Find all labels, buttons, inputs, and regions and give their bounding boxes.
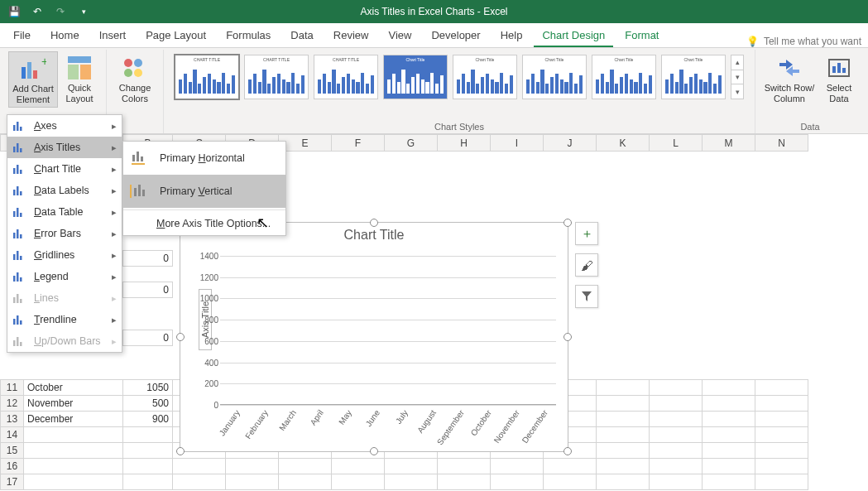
cell-D17[interactable] xyxy=(226,474,279,490)
cell-L16[interactable] xyxy=(650,459,703,474)
cell-frag-3[interactable]: 0 xyxy=(123,330,173,346)
cell-M16[interactable] xyxy=(703,459,755,474)
tab-developer[interactable]: Developer xyxy=(423,24,488,47)
cell-K13[interactable] xyxy=(597,412,650,427)
col-header-G[interactable]: G xyxy=(385,135,438,152)
tab-chart-design[interactable]: Chart Design xyxy=(534,24,613,47)
cell-I16[interactable] xyxy=(491,459,544,474)
resize-handle-s[interactable] xyxy=(370,447,378,455)
qat-dropdown-icon[interactable]: ▾ xyxy=(76,4,91,19)
tab-review[interactable]: Review xyxy=(325,24,377,47)
tab-data[interactable]: Data xyxy=(282,24,321,47)
cell-M15[interactable] xyxy=(703,443,755,459)
cell-frag-2[interactable]: 0 xyxy=(123,282,173,298)
cell-C16[interactable] xyxy=(173,459,226,474)
menu-item-gridlines[interactable]: Gridlines▸ xyxy=(7,244,122,266)
cell-K11[interactable] xyxy=(597,380,650,396)
col-header-N[interactable]: N xyxy=(755,135,808,152)
cell-B15[interactable] xyxy=(123,443,173,459)
cell-M12[interactable] xyxy=(703,396,755,412)
cell-H16[interactable] xyxy=(438,459,491,474)
cell-N17[interactable] xyxy=(755,474,808,490)
primary-vertical-item[interactable]: Primary Vertical xyxy=(123,175,285,208)
row-header-12[interactable]: 12 xyxy=(1,396,24,412)
tab-help[interactable]: Help xyxy=(492,24,531,47)
col-header-F[interactable]: F xyxy=(332,135,385,152)
cell-A17[interactable] xyxy=(24,474,123,490)
cell-frag-1[interactable]: 0 xyxy=(123,251,173,267)
chart-style-1[interactable]: CHART TITLE xyxy=(175,55,239,99)
cell-K15[interactable] xyxy=(597,443,650,459)
cell-A11[interactable]: October xyxy=(24,380,123,396)
cell-L17[interactable] xyxy=(650,474,703,490)
cell-D16[interactable] xyxy=(226,459,279,474)
row-header-11[interactable]: 11 xyxy=(1,380,24,396)
cell-B12[interactable]: 500 xyxy=(123,396,173,412)
menu-item-error-bars[interactable]: Error Bars▸ xyxy=(7,223,122,244)
resize-handle-n[interactable] xyxy=(370,219,378,227)
cell-M17[interactable] xyxy=(703,474,755,490)
tab-home[interactable]: Home xyxy=(42,24,88,47)
chart-elements-button[interactable]: ＋ xyxy=(575,222,598,245)
row-header-14[interactable]: 14 xyxy=(1,427,24,443)
menu-item-axis-titles[interactable]: Axis Titles▸ xyxy=(7,137,122,158)
menu-item-chart-title[interactable]: Chart Title▸ xyxy=(7,158,122,180)
cell-K14[interactable] xyxy=(597,427,650,443)
cell-B17[interactable] xyxy=(123,474,173,490)
row-header-15[interactable]: 15 xyxy=(1,443,24,459)
plot-area[interactable]: 0200400600800100012001400JanuaryFebruary… xyxy=(220,256,556,405)
resize-handle-se[interactable] xyxy=(563,447,572,455)
select-data-button[interactable]: Select Data xyxy=(818,51,860,106)
cell-G17[interactable] xyxy=(385,474,438,490)
redo-icon[interactable]: ↷ xyxy=(53,4,68,19)
cell-H17[interactable] xyxy=(438,474,491,490)
menu-item-data-table[interactable]: Data Table▸ xyxy=(7,201,122,223)
chart-style-8[interactable]: Chart Title xyxy=(661,55,726,99)
undo-icon[interactable]: ↶ xyxy=(30,4,45,19)
col-header-J[interactable]: J xyxy=(544,135,597,152)
cell-C17[interactable] xyxy=(173,474,226,490)
cell-A12[interactable]: November xyxy=(24,396,123,412)
tab-format[interactable]: Format xyxy=(616,24,667,47)
tab-insert[interactable]: Insert xyxy=(91,24,135,47)
cell-B16[interactable] xyxy=(123,459,173,474)
cell-N16[interactable] xyxy=(755,459,808,474)
cell-N15[interactable] xyxy=(755,443,808,459)
cell-M14[interactable] xyxy=(703,427,755,443)
chart-style-6[interactable]: Chart Title xyxy=(522,55,587,99)
cell-L13[interactable] xyxy=(650,412,703,427)
cell-N14[interactable] xyxy=(755,427,808,443)
cell-J17[interactable] xyxy=(544,474,597,490)
chart-style-3[interactable]: CHART TITLE xyxy=(314,55,378,99)
cell-I17[interactable] xyxy=(491,474,544,490)
tab-file[interactable]: File xyxy=(5,24,39,47)
col-header-E[interactable]: E xyxy=(279,135,332,152)
cell-F16[interactable] xyxy=(332,459,385,474)
resize-handle-e[interactable] xyxy=(563,333,572,341)
chart-style-4[interactable]: Chart Title xyxy=(383,55,448,99)
cell-B13[interactable]: 900 xyxy=(123,412,173,427)
more-axis-title-options[interactable]: More Axis Title Options... xyxy=(123,212,285,235)
cell-J16[interactable] xyxy=(544,459,597,474)
cell-L11[interactable] xyxy=(650,380,703,396)
cell-E17[interactable] xyxy=(279,474,332,490)
cell-A14[interactable] xyxy=(24,427,123,443)
col-header-L[interactable]: L xyxy=(650,135,703,152)
cell-K16[interactable] xyxy=(597,459,650,474)
embedded-chart[interactable]: Chart Title Axis Title 02004006008001000… xyxy=(180,222,568,452)
quick-layout-button[interactable]: Quick Layout xyxy=(58,51,101,106)
tab-formulas[interactable]: Formulas xyxy=(218,24,279,47)
gallery-more-icon[interactable]: ▾ xyxy=(731,84,743,99)
row-header-16[interactable]: 16 xyxy=(1,459,24,474)
tell-me-search[interactable]: 💡 Tell me what you want xyxy=(746,36,868,47)
cell-K12[interactable] xyxy=(597,396,650,412)
col-header-I[interactable]: I xyxy=(491,135,544,152)
menu-item-trendline[interactable]: Trendline▸ xyxy=(7,309,122,330)
cell-B11[interactable]: 1050 xyxy=(123,380,173,396)
gallery-up-icon[interactable]: ▴ xyxy=(731,55,743,70)
chart-style-2[interactable]: CHART TITLE xyxy=(244,55,309,99)
chart-styles-button[interactable]: 🖌 xyxy=(575,253,598,277)
col-header-M[interactable]: M xyxy=(703,135,755,152)
tab-page-layout[interactable]: Page Layout xyxy=(137,24,214,47)
cell-G16[interactable] xyxy=(385,459,438,474)
